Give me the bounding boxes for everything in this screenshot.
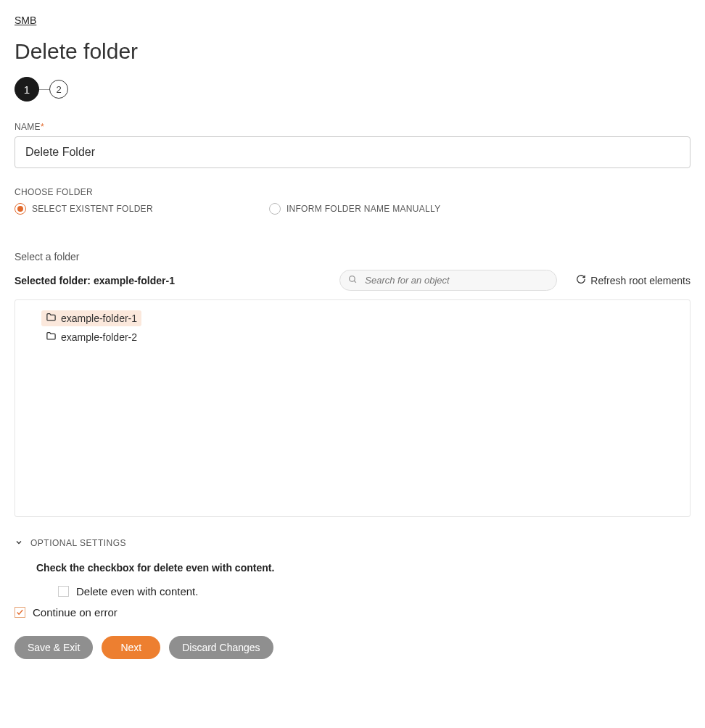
step-1[interactable]: 1 bbox=[15, 77, 39, 102]
checkbox-icon bbox=[58, 586, 69, 597]
folder-tree: example-folder-1 example-folder-2 bbox=[15, 299, 690, 517]
folder-icon bbox=[46, 331, 57, 344]
optional-instruction: Check the checkbox for delete even with … bbox=[36, 562, 690, 574]
delete-with-content-checkbox-row[interactable]: Delete even with content. bbox=[36, 585, 690, 597]
discard-button[interactable]: Discard Changes bbox=[169, 636, 273, 659]
tree-item-example-folder-2[interactable]: example-folder-2 bbox=[41, 329, 141, 345]
refresh-button[interactable]: Refresh root elements bbox=[576, 274, 690, 286]
stepper: 1 2 bbox=[15, 77, 690, 102]
name-label: NAME* bbox=[15, 122, 690, 132]
search-input[interactable] bbox=[339, 270, 557, 291]
button-row: Save & Exit Next Discard Changes bbox=[15, 636, 690, 659]
breadcrumb[interactable]: SMB bbox=[15, 15, 36, 26]
selected-folder-display: Selected folder: example-folder-1 bbox=[15, 275, 175, 286]
radio-select-existent[interactable]: SELECT EXISTENT FOLDER bbox=[15, 203, 153, 215]
radio-icon bbox=[15, 203, 26, 215]
select-folder-heading: Select a folder bbox=[15, 251, 690, 262]
optional-settings-toggle[interactable]: OPTIONAL SETTINGS bbox=[15, 537, 690, 549]
continue-on-error-checkbox-row[interactable]: Continue on error bbox=[15, 606, 690, 619]
search-icon bbox=[348, 275, 358, 286]
choose-folder-group: CHOOSE FOLDER SELECT EXISTENT FOLDER INF… bbox=[15, 187, 690, 215]
step-2[interactable]: 2 bbox=[49, 80, 68, 99]
refresh-label: Refresh root elements bbox=[590, 275, 690, 286]
required-asterisk: * bbox=[41, 122, 44, 132]
name-input[interactable] bbox=[15, 136, 690, 168]
checkbox-label: Delete even with content. bbox=[76, 585, 198, 597]
step-connector bbox=[39, 89, 49, 90]
radio-label: SELECT EXISTENT FOLDER bbox=[32, 204, 153, 214]
tree-item-label: example-folder-1 bbox=[61, 313, 137, 324]
svg-point-0 bbox=[350, 276, 355, 281]
checkbox-icon bbox=[15, 607, 25, 618]
name-label-text: NAME bbox=[15, 122, 41, 132]
name-field-group: NAME* bbox=[15, 122, 690, 168]
save-exit-button[interactable]: Save & Exit bbox=[15, 636, 93, 659]
tree-item-example-folder-1[interactable]: example-folder-1 bbox=[41, 310, 141, 326]
tree-item-label: example-folder-2 bbox=[61, 331, 137, 343]
chevron-down-icon bbox=[15, 537, 23, 549]
checkbox-label: Continue on error bbox=[33, 606, 118, 619]
folder-toolbar: Selected folder: example-folder-1 Refres… bbox=[15, 270, 690, 291]
optional-settings-body: Check the checkbox for delete even with … bbox=[15, 562, 690, 597]
choose-folder-label: CHOOSE FOLDER bbox=[15, 187, 690, 197]
selected-folder-prefix: Selected folder: bbox=[15, 275, 94, 286]
folder-icon bbox=[46, 312, 57, 325]
selected-folder-value: example-folder-1 bbox=[94, 275, 175, 286]
radio-inform-manually[interactable]: INFORM FOLDER NAME MANUALLY bbox=[269, 203, 441, 215]
search-wrap bbox=[339, 270, 557, 291]
refresh-icon bbox=[576, 274, 586, 286]
radio-icon bbox=[269, 203, 281, 215]
page-title: Delete folder bbox=[15, 39, 690, 64]
optional-settings-title: OPTIONAL SETTINGS bbox=[30, 538, 126, 548]
svg-line-1 bbox=[354, 281, 356, 283]
radio-label: INFORM FOLDER NAME MANUALLY bbox=[286, 204, 441, 214]
next-button[interactable]: Next bbox=[102, 636, 160, 659]
